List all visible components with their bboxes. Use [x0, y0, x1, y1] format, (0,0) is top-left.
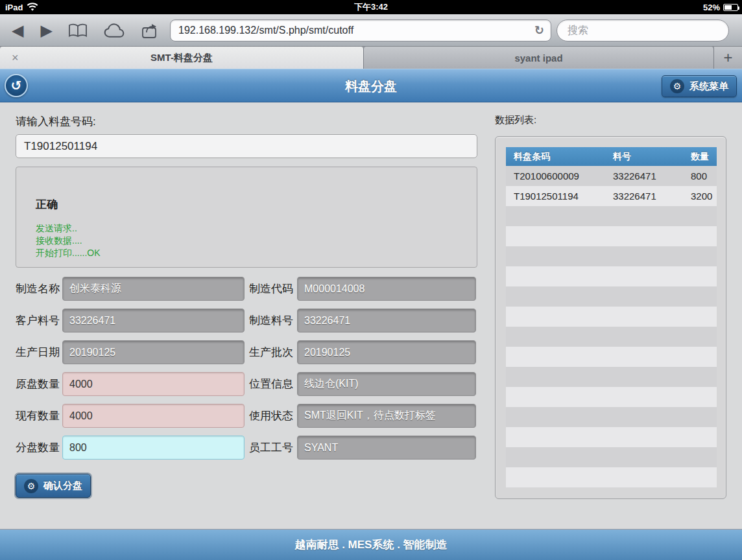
table-row — [506, 387, 717, 407]
status-log-line: 接收数据.... — [36, 235, 101, 247]
share-icon[interactable] — [141, 22, 160, 39]
table-cell: 800 — [691, 170, 717, 181]
search-input[interactable] — [556, 19, 729, 41]
cloud-icon[interactable] — [103, 23, 125, 38]
menu-button-label: 系统菜单 — [689, 80, 728, 93]
ipad-screen: iPad 下午3:42 52% ◀ ▶ — [0, 0, 742, 560]
tab-bar: × SMT-料盘分盘 syant ipad + — [0, 47, 742, 69]
current-qty-field[interactable] — [62, 404, 245, 428]
field-label: 现有数量 — [16, 404, 60, 428]
field-label: 分盘数量 — [16, 436, 60, 460]
status-log-line: 开始打印......OK — [36, 247, 101, 259]
prod-date-field — [62, 340, 245, 364]
app-header: ↺ 料盘分盘 ⚙ 系统菜单 — [0, 69, 742, 102]
mfg-name-field — [62, 277, 245, 301]
usage-status-field — [297, 404, 476, 428]
field-label: 员工工号 — [249, 436, 293, 460]
battery-icon — [723, 4, 738, 11]
table-cell: 3200 — [691, 191, 717, 202]
data-table: 料盘条码 料号 数量 T2010060000933226471800T19012… — [506, 147, 717, 487]
employee-id-field — [297, 436, 476, 460]
table-cell: T19012501194 — [514, 191, 613, 202]
table-row — [506, 367, 717, 387]
field-label: 客户料号 — [16, 309, 60, 332]
location-field — [297, 372, 476, 396]
refresh-icon[interactable]: ↻ — [534, 23, 544, 38]
data-list-panel: 料盘条码 料号 数量 T2010060000933226471800T19012… — [495, 136, 726, 499]
status-log-line: 发送请求.. — [36, 222, 101, 235]
original-qty-field[interactable] — [62, 372, 245, 396]
tray-input-label: 请输入料盘号码: — [16, 114, 96, 129]
table-row — [506, 206, 717, 226]
data-list-body: T2010060000933226471800T1901250119433226… — [506, 166, 717, 487]
table-header-row: 料盘条码 料号 数量 — [506, 147, 717, 166]
table-row — [506, 427, 717, 447]
gear-glyph: ⚙ — [673, 82, 682, 91]
table-cell: 33226471 — [613, 191, 691, 202]
field-label: 原盘数量 — [16, 372, 60, 396]
table-row — [506, 286, 717, 307]
table-row — [506, 266, 717, 286]
url-text: 192.168.199.132/smt/S.php/smt/cutoff — [178, 25, 534, 36]
status-message-box: 正确 发送请求.. 接收数据.... 开始打印......OK — [16, 167, 477, 268]
battery-percent: 52% — [703, 3, 720, 12]
page-title: 料盘分盘 — [0, 69, 742, 103]
table-row — [506, 447, 717, 467]
table-row — [506, 226, 717, 246]
field-label: 制造代码 — [249, 277, 293, 301]
column-header: 料盘条码 — [514, 151, 613, 163]
gear-glyph: ⚙ — [27, 482, 36, 491]
table-row — [506, 327, 717, 347]
table-row — [506, 407, 717, 427]
table-cell: T20100600009 — [514, 170, 613, 181]
clock: 下午3:42 — [0, 1, 742, 13]
status-title: 正确 — [36, 197, 58, 212]
footer-text: 越南耐思 . MES系统 . 智能制造 — [294, 539, 447, 551]
prod-batch-field — [297, 340, 476, 364]
tab-syant-ipad[interactable]: syant ipad — [364, 47, 714, 69]
field-label: 制造料号 — [249, 309, 293, 332]
column-header: 料号 — [613, 151, 691, 163]
tab-smt-tray-split[interactable]: × SMT-料盘分盘 — [0, 47, 364, 69]
tray-number-input[interactable] — [16, 134, 477, 158]
table-row — [506, 246, 717, 266]
confirm-split-button[interactable]: ⚙ 确认分盘 — [16, 474, 91, 498]
url-field[interactable]: 192.168.199.132/smt/S.php/smt/cutoff ↻ — [170, 19, 551, 41]
table-row[interactable]: T19012501194332264713200 — [506, 186, 717, 206]
customer-part-field — [62, 309, 245, 332]
table-row — [506, 467, 717, 487]
mfg-part-field — [297, 309, 476, 332]
forward-nav-icon[interactable]: ▶ — [40, 23, 52, 38]
new-tab-button[interactable]: + — [714, 47, 742, 69]
data-list-title: 数据列表: — [495, 114, 536, 126]
table-row — [506, 347, 717, 367]
bookmarks-icon[interactable] — [68, 23, 88, 38]
footer-bar: 越南耐思 . MES系统 . 智能制造 — [0, 530, 742, 560]
back-nav-icon[interactable]: ◀ — [12, 23, 23, 38]
confirm-button-label: 确认分盘 — [43, 480, 82, 492]
split-qty-field[interactable] — [62, 436, 245, 460]
field-label: 生产日期 — [16, 340, 60, 364]
browser-toolbar: ◀ ▶ 192.168.199.132/smt/S.php/smt/cutoff… — [0, 14, 742, 47]
table-row — [506, 307, 717, 327]
column-header: 数量 — [691, 151, 717, 163]
mfg-code-field — [297, 277, 476, 301]
status-log: 发送请求.. 接收数据.... 开始打印......OK — [36, 222, 101, 259]
close-tab-icon[interactable]: × — [12, 52, 19, 64]
table-row[interactable]: T2010060000933226471800 — [506, 166, 717, 186]
field-label: 制造名称 — [16, 277, 60, 301]
gear-icon: ⚙ — [24, 479, 38, 493]
status-bar: iPad 下午3:42 52% — [0, 0, 742, 14]
table-cell: 33226471 — [613, 170, 691, 181]
field-label: 位置信息 — [249, 372, 293, 396]
tab-label: SMT-料盘分盘 — [150, 52, 213, 64]
tab-label: syant ipad — [514, 52, 562, 64]
field-label: 使用状态 — [249, 404, 293, 428]
field-label: 生产批次 — [249, 340, 293, 364]
system-menu-button[interactable]: ⚙ 系统菜单 — [662, 75, 737, 97]
gear-icon: ⚙ — [670, 79, 684, 93]
